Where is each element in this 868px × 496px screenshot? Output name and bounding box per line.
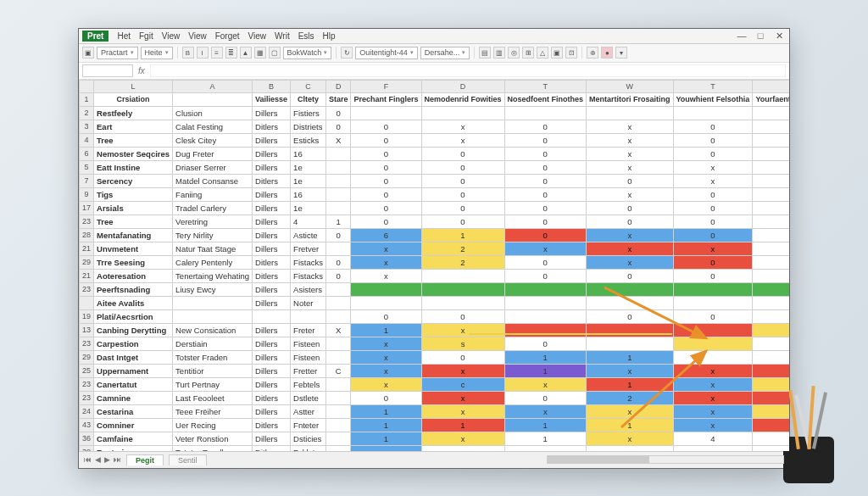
cell[interactable]: 0 [673,133,753,147]
cell[interactable] [326,174,351,187]
cell[interactable]: Ditlers [253,255,291,269]
cell[interactable]: Veter Ronstion [173,432,253,445]
row-header[interactable]: 5 [80,160,94,174]
cell[interactable]: Dillers [253,242,291,255]
prev-icon[interactable]: ◀ [95,455,101,464]
hscroll-thumb[interactable] [548,456,649,463]
row-header[interactable]: 23 [80,282,94,296]
cell[interactable]: x [587,242,674,255]
cell[interactable]: Uppernament [94,364,173,377]
header-cell[interactable]: Mentartitori Frosaiting [587,92,674,106]
align-icon[interactable]: ≡ [211,47,223,59]
cell[interactable]: x [753,160,789,174]
format-combo[interactable]: BokWatch [283,47,332,59]
header-cell[interactable]: Nosedfoent Finothes [504,92,587,106]
cell[interactable]: Ditlers [253,445,291,451]
row-header[interactable]: 21 [80,242,94,255]
cell[interactable] [587,445,674,451]
cell[interactable] [587,337,674,350]
cell[interactable] [326,201,351,215]
cell[interactable] [753,269,789,282]
cell[interactable] [326,242,351,255]
cell[interactable]: 0 [587,269,674,282]
cell[interactable] [351,106,421,120]
cell[interactable] [753,255,789,269]
cell[interactable]: Dillers [253,337,291,350]
col-header[interactable]: D [421,80,504,92]
cell[interactable]: Last Feooleet [173,391,253,404]
cell[interactable]: Dstlete [291,391,326,404]
sheet-tab[interactable]: Sentil [169,454,207,465]
cell[interactable]: x [587,187,674,201]
cell[interactable]: x [587,364,674,377]
cell[interactable]: 0 [673,215,753,228]
cell[interactable]: 0 [326,120,351,133]
cell[interactable] [421,296,504,309]
grid-area[interactable]: LABCDFDTWTBHH 1CrsiationVailiesseCltetyS… [79,80,789,451]
cell[interactable]: Tentitior [173,364,253,377]
cell[interactable]: 0 [504,160,587,174]
record-icon[interactable]: ● [601,47,613,59]
cell[interactable]: Veretring [173,215,253,228]
tool-icon[interactable]: ▥ [493,47,505,59]
cell[interactable] [351,282,421,296]
cell[interactable]: Ditlers [253,269,291,282]
cell[interactable]: 0 [673,201,753,215]
row-header[interactable]: 29 [80,350,94,364]
row-header[interactable]: 9 [80,187,94,201]
cell[interactable]: 0 [504,391,587,404]
cell[interactable]: Fretter [291,364,326,377]
cell[interactable]: 1 [504,432,587,445]
last-icon[interactable]: ⏭ [114,455,121,464]
header-cell[interactable]: Crsiation [94,92,173,106]
cell[interactable]: Canertatut [94,377,173,391]
cell[interactable]: 0 [351,201,421,215]
row-header[interactable]: 19 [80,309,94,323]
cell[interactable]: 0 [504,120,587,133]
tool-icon[interactable]: ⊞ [522,47,534,59]
cell[interactable]: 2 [753,432,789,445]
cell[interactable] [753,445,789,451]
cell[interactable]: Tenertaing Wehating [173,269,253,282]
cell[interactable]: x [421,323,504,337]
cell[interactable]: x [351,269,421,282]
cell[interactable]: Freter [291,323,326,337]
cell[interactable]: x [673,160,753,174]
cell[interactable] [421,106,504,120]
cell[interactable]: New Consication [173,323,253,337]
cell[interactable]: 0 [504,147,587,160]
cell[interactable]: Febtels [291,377,326,391]
cell[interactable]: 16 [291,147,326,160]
cell[interactable]: Tree [94,133,173,147]
cell[interactable]: Astter [291,404,326,418]
tool-icon[interactable]: ⊡ [565,47,577,59]
cell[interactable] [753,215,789,228]
cell[interactable]: x [587,432,674,445]
col-header[interactable]: F [351,80,421,92]
cell[interactable]: Cestarina [94,404,173,418]
cell[interactable]: Tradel Carlery [173,201,253,215]
tool-icon[interactable]: △ [537,47,548,59]
refresh-icon[interactable]: ↻ [341,47,353,59]
cell[interactable]: 0 [351,147,421,160]
header-cell[interactable]: Vailiesse [253,92,291,106]
cell[interactable] [587,282,674,296]
cell[interactable]: Peerftsnading [94,282,173,296]
cell[interactable]: Carpestion [94,337,173,350]
row-header[interactable]: 4 [80,133,94,147]
cell[interactable]: Ditlers [253,174,291,187]
cell[interactable]: 0 [421,160,504,174]
cell[interactable]: Canbing Derytting [94,323,173,337]
col-header[interactable]: A [173,80,253,92]
cell[interactable]: Dug Freter [173,147,253,160]
cell[interactable]: 6 [753,391,789,404]
cell[interactable]: x [587,404,674,418]
cell[interactable]: Tree [94,215,173,228]
cell[interactable] [173,296,253,309]
cell[interactable] [504,296,587,309]
cell[interactable]: Matdel Consanse [173,174,253,187]
cell[interactable] [173,309,253,323]
cell[interactable] [326,309,351,323]
col-header[interactable]: B [753,80,789,92]
cell[interactable] [326,418,351,432]
